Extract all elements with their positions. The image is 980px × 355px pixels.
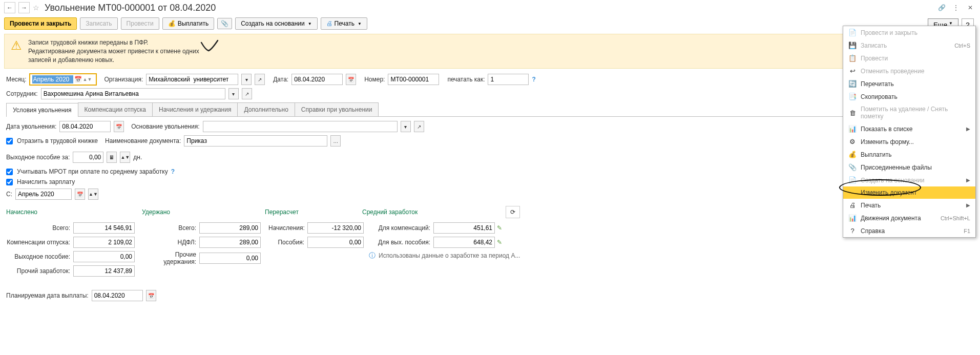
menu-item-icon: 📑 [848, 93, 857, 100]
ndfl-label: НДФЛ: [142, 239, 196, 246]
from-month-field[interactable] [15, 189, 72, 200]
open-icon[interactable]: ↗ [242, 88, 252, 99]
menu-item[interactable]: 📄Создать на основании▶ [843, 174, 975, 186]
nav-back-button[interactable]: ← [4, 2, 15, 13]
accrue-salary-checkbox[interactable] [6, 179, 13, 185]
calendar-icon[interactable]: 📅 [346, 74, 356, 85]
forcomp-label: Для компенсаций: [369, 224, 430, 232]
favorite-icon[interactable]: ☆ [33, 4, 39, 12]
print-button[interactable]: 🖨Печать▼ [321, 17, 367, 30]
forsev-value[interactable] [433, 237, 495, 248]
ndfl-value[interactable] [199, 237, 261, 248]
menu-item[interactable]: 💰Выплатить [843, 148, 975, 161]
menu-item[interactable]: Изменить документ [843, 186, 975, 199]
mrot-checkbox[interactable] [6, 169, 13, 175]
edit-icon[interactable]: ✎ [497, 239, 502, 246]
menu-item-label: Печать [861, 202, 962, 209]
org-label: Организация: [105, 76, 143, 83]
paperclip-icon: 📎 [221, 20, 228, 27]
menu-item[interactable]: ⚙Изменить форму... [843, 135, 975, 148]
page-title: Увольнение МТ00-000001 от 08.04.2020 [45, 3, 216, 13]
withheld-total-value[interactable] [199, 222, 261, 234]
kebab-icon[interactable]: ⋮ [950, 2, 962, 13]
printas-field[interactable] [488, 74, 529, 85]
open-icon[interactable]: ↗ [255, 74, 265, 85]
date-field[interactable] [291, 74, 343, 85]
menu-item-icon: 🔄 [848, 80, 857, 88]
create-based-button[interactable]: Создать на основании▼ [235, 17, 317, 30]
edit-icon[interactable]: ✎ [497, 224, 502, 232]
dropdown-icon[interactable]: ▾ [228, 88, 239, 99]
save-button[interactable]: Записать [80, 17, 117, 30]
tab-conditions[interactable]: Условия увольнения [6, 103, 78, 117]
close-icon[interactable]: ✕ [965, 2, 976, 13]
dropdown-icon[interactable]: ▾ [401, 121, 411, 132]
help-icon[interactable]: ? [532, 76, 535, 83]
benefits-value[interactable] [307, 237, 364, 248]
comp-value[interactable] [73, 237, 135, 248]
ellipsis-icon[interactable]: … [330, 135, 341, 147]
post-close-button[interactable]: Провести и закрыть [4, 17, 77, 30]
calendar-icon[interactable]: 📅 [75, 189, 85, 200]
total-accrued-value[interactable] [73, 222, 135, 234]
menu-item-label: Скопировать [861, 93, 970, 100]
calendar-icon[interactable]: 📅 [74, 76, 82, 83]
basis-field[interactable] [203, 121, 398, 132]
dismiss-date-field[interactable] [59, 121, 111, 132]
menu-item[interactable]: 🔄Перечитать [843, 77, 975, 90]
otherw-value[interactable] [199, 253, 261, 264]
reflect-checkbox[interactable] [6, 138, 13, 144]
sev-value[interactable] [73, 251, 135, 262]
menu-item[interactable]: ?СправкаF1 [843, 224, 975, 237]
calendar-icon[interactable]: 📅 [114, 121, 124, 132]
link-icon[interactable]: 🔗 [936, 2, 947, 13]
menu-item-label: Пометить на удаление / Снять пометку [861, 106, 970, 120]
menu-item[interactable]: 🗑Пометить на удаление / Снять пометку [843, 103, 975, 122]
month-input[interactable] [32, 75, 73, 83]
employee-field[interactable] [41, 88, 225, 99]
menu-item-icon: 📎 [848, 163, 857, 171]
planned-date-label: Планируемая дата выплаты: [6, 292, 89, 299]
menu-item[interactable]: 📎Присоединенные файлы [843, 161, 975, 174]
nav-forward-button[interactable]: → [18, 2, 30, 13]
post-button[interactable]: Провести [121, 17, 159, 30]
menu-item[interactable]: ↩Отменить проведение [843, 65, 975, 77]
tab-compensations[interactable]: Компенсации отпуска [78, 102, 153, 116]
number-field[interactable] [388, 74, 439, 85]
menu-item[interactable]: 📋Провести [843, 52, 975, 65]
menu-item-icon: 💾 [848, 41, 857, 49]
menu-item-label: Показать в списке [861, 126, 962, 133]
tab-additional[interactable]: Дополнительно [237, 102, 295, 116]
tab-accruals[interactable]: Начисления и удержания [152, 102, 238, 116]
dropdown-icon[interactable]: ▾ [241, 74, 252, 85]
refresh-button[interactable]: ⟳ [506, 206, 520, 218]
banner-line: записей и добавлению новых. [28, 56, 199, 65]
pay-button[interactable]: 💰Выплатить [162, 17, 215, 30]
menu-item-icon: 📊 [848, 214, 857, 222]
other-value[interactable] [73, 265, 135, 277]
menu-item[interactable]: 📄Провести и закрыть [843, 26, 975, 39]
tab-certificates[interactable]: Справки при увольнении [295, 102, 379, 116]
menu-item[interactable]: 💾ЗаписатьCtrl+S [843, 39, 975, 52]
menu-item[interactable]: 📑Скопировать [843, 90, 975, 103]
org-field[interactable] [146, 74, 238, 85]
calc-icon[interactable]: 🖩 [107, 152, 117, 163]
menu-item-label: Движения документа [861, 215, 936, 222]
help-icon[interactable]: ? [171, 168, 175, 175]
spinner-icon[interactable]: ▲▼ [88, 189, 98, 200]
menu-item[interactable]: 🖨Печать▶ [843, 199, 975, 212]
spinner-icon[interactable]: ▲▼ [120, 152, 130, 163]
open-icon[interactable]: ↗ [414, 121, 424, 132]
planned-date-field[interactable] [92, 290, 143, 301]
forcomp-value[interactable] [433, 222, 495, 234]
menu-item[interactable]: 📊Показать в списке▶ [843, 122, 975, 135]
calendar-icon[interactable]: 📅 [146, 290, 156, 301]
month-field[interactable]: 📅 ▲▼ [30, 74, 96, 85]
docname-field[interactable] [184, 135, 327, 147]
accruals-value[interactable] [307, 222, 364, 234]
spinner-icon[interactable]: ▲▼ [83, 77, 92, 82]
severance-field[interactable] [73, 152, 103, 163]
attach-button[interactable]: 📎 [217, 18, 232, 29]
menu-item[interactable]: 📊Движения документаCtrl+Shift+L [843, 212, 975, 224]
basis-label: Основание увольнения: [131, 123, 199, 130]
